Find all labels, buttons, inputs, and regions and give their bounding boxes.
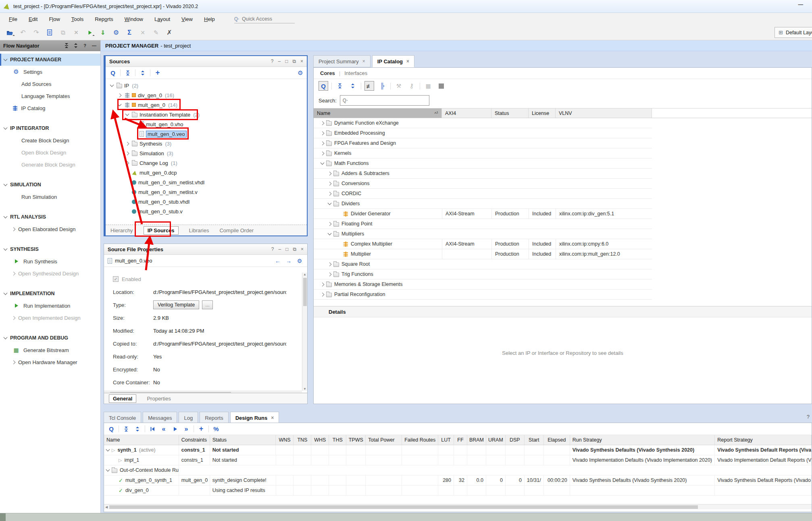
ip-search-input[interactable] bbox=[350, 98, 429, 103]
column-header-uram[interactable]: URAM bbox=[486, 435, 506, 445]
column-header-lut[interactable]: LUT bbox=[438, 435, 454, 445]
toolbar-button-sum[interactable]: Σ bbox=[125, 28, 134, 38]
tab-compile-order[interactable]: Compile Order bbox=[219, 227, 254, 233]
flow-item-open-implemented-design[interactable]: Open Implemented Design bbox=[0, 312, 100, 324]
column-header-name[interactable]: Name bbox=[104, 435, 179, 445]
flow-section-project-manager[interactable]: PROJECT MANAGER bbox=[0, 54, 100, 66]
maximize-button[interactable]: □ bbox=[285, 246, 288, 252]
design-runs-search-button[interactable]: Q bbox=[107, 425, 115, 433]
toolbar-button-undo[interactable]: ↶ bbox=[18, 28, 28, 38]
column-header-total-power[interactable]: Total Power bbox=[366, 435, 402, 445]
tree-item-mult-gen-0-sim-netlist-vhdl[interactable]: mult_gen_0_sim_netlist.vhdl bbox=[106, 177, 307, 187]
tab-hierarchy[interactable]: Hierarchy bbox=[110, 227, 133, 233]
menu-item-flow[interactable]: Flow bbox=[43, 15, 65, 24]
column-header-wns[interactable]: WNS bbox=[276, 435, 294, 445]
tab-general[interactable]: General bbox=[109, 394, 136, 403]
tab-libraries[interactable]: Libraries bbox=[189, 227, 209, 233]
flow-item-open-elaborated-design[interactable]: Open Elaborated Design bbox=[0, 223, 100, 235]
scrollbar-thumb[interactable] bbox=[109, 505, 698, 509]
close-icon[interactable]: × bbox=[362, 58, 365, 64]
maximize-button[interactable]: □ bbox=[285, 58, 288, 64]
forward-arrow-icon[interactable]: → bbox=[285, 257, 293, 265]
tab-project-summary[interactable]: Project Summary× bbox=[313, 55, 371, 67]
flow-section-program-and-debug[interactable]: PROGRAM AND DEBUG bbox=[0, 332, 100, 344]
flow-section-rtl-analysis[interactable]: RTL ANALYSIS bbox=[0, 211, 100, 223]
tree-item-ip[interactable]: IP(2) bbox=[106, 81, 307, 90]
tree-item-mult-gen-0-vho[interactable]: mult_gen_0.vho bbox=[106, 119, 307, 129]
column-header-ths[interactable]: THS bbox=[329, 435, 346, 445]
column-header-tpws[interactable]: TPWS bbox=[346, 435, 366, 445]
help-icon[interactable]: ? bbox=[807, 414, 810, 420]
toolbar-button-redo[interactable]: ↷ bbox=[31, 28, 41, 38]
back-arrow-icon[interactable]: ← bbox=[274, 257, 282, 265]
close-icon[interactable]: × bbox=[406, 58, 409, 64]
tree-item-mult-gen-0-sim-netlist-v[interactable]: mult_gen_0_sim_netlist.v bbox=[106, 187, 307, 197]
flow-item-run-synthesis[interactable]: Run Synthesis bbox=[0, 255, 100, 267]
column-header-constraints[interactable]: Constraints bbox=[179, 435, 210, 445]
ip-catalog-key-button[interactable]: ⚷ bbox=[407, 81, 416, 91]
tab-messages[interactable]: Messages bbox=[143, 412, 177, 424]
tree-item-synthesis[interactable]: Synthesis(3) bbox=[106, 139, 307, 148]
column-header-vlnv[interactable]: VLNV bbox=[556, 108, 652, 118]
column-header-failed-routes[interactable]: Failed Routes bbox=[402, 435, 438, 445]
catalog-row-adders-subtracters[interactable]: Adders & Subtracters bbox=[314, 169, 652, 179]
design-runs-rewind-button[interactable]: « bbox=[160, 425, 168, 433]
toolbar-button-save-document[interactable] bbox=[45, 28, 54, 38]
tab-log[interactable]: Log bbox=[179, 412, 198, 424]
run-row-div-gen-0[interactable]: ✓div_gen_0Using cached IP results bbox=[104, 486, 812, 496]
minimize-button[interactable]: – bbox=[278, 246, 281, 252]
column-header-license[interactable]: License bbox=[529, 108, 556, 118]
flow-nav-expand-all-button[interactable] bbox=[73, 42, 79, 49]
enabled-checkbox[interactable]: ✓ bbox=[113, 276, 119, 282]
catalog-row-math-functions[interactable]: Math Functions bbox=[314, 158, 652, 169]
flow-item-generate-bitstream[interactable]: ▦Generate Bitstream bbox=[0, 344, 100, 356]
catalog-row-complex-multiplier[interactable]: Complex MultiplierAXI4-StreamProductionI… bbox=[314, 239, 652, 249]
default-layout-button[interactable]: ⊞ Default Layout bbox=[775, 27, 812, 38]
tree-item-change-log[interactable]: Change Log(1) bbox=[106, 158, 307, 168]
close-button[interactable]: × bbox=[301, 246, 304, 252]
tree-item-mult-gen-0-veo[interactable]: mult_gen_0.veo bbox=[106, 129, 307, 139]
design-runs-skip-start-button[interactable] bbox=[148, 425, 156, 433]
catalog-row-floating-point[interactable]: Floating Point bbox=[314, 219, 652, 229]
column-header-tns[interactable]: TNS bbox=[294, 435, 311, 445]
design-runs-collapse-all-button[interactable] bbox=[122, 425, 130, 433]
menu-item-view[interactable]: View bbox=[176, 15, 198, 24]
ip-catalog-search-button[interactable]: Q bbox=[319, 81, 328, 91]
catalog-row-divider-generator[interactable]: Divider GeneratorAXI4-StreamProductionIn… bbox=[314, 209, 652, 219]
column-header-report-strategy[interactable]: Report Strategy bbox=[715, 435, 812, 445]
flow-item-open-hardware-manager[interactable]: Open Hardware Manager bbox=[0, 356, 100, 368]
flow-item-ip-catalog[interactable]: IP Catalog bbox=[0, 102, 100, 114]
column-header-run-strategy[interactable]: Run Strategy bbox=[570, 435, 715, 445]
catalog-row-dynamic-function-exchange[interactable]: Dynamic Function eXchange bbox=[314, 118, 652, 128]
column-header-bram[interactable]: BRAM bbox=[467, 435, 486, 445]
horizontal-scrollbar[interactable]: ◀ bbox=[104, 504, 812, 509]
close-button[interactable]: × bbox=[300, 58, 303, 64]
sources-add-button[interactable]: + bbox=[154, 69, 162, 77]
design-runs-percent-button[interactable]: % bbox=[212, 425, 220, 433]
catalog-row-conversions[interactable]: Conversions bbox=[314, 179, 652, 189]
quick-access[interactable]: Q· bbox=[234, 15, 295, 23]
tree-item-mult-gen-0-dcp[interactable]: mult_gen_0.dcp bbox=[106, 168, 307, 177]
flow-item-add-sources[interactable]: Add Sources bbox=[0, 78, 100, 90]
run-row-impl-1[interactable]: ▷impl_1constrs_1Not startedVivado Implem… bbox=[104, 455, 812, 465]
flow-section-synthesis[interactable]: SYNTHESIS bbox=[0, 243, 100, 255]
tree-item-simulation[interactable]: Simulation(3) bbox=[106, 148, 307, 158]
ip-catalog-hierarchy-button[interactable]: ╠ bbox=[377, 81, 387, 91]
tab-ip-sources[interactable]: IP Sources bbox=[144, 226, 179, 235]
sources-settings-button[interactable]: ⚙ bbox=[296, 69, 304, 77]
minimize-button[interactable]: – bbox=[278, 58, 281, 64]
column-header-dsp[interactable]: DSP bbox=[506, 435, 525, 445]
design-runs-add-button[interactable]: + bbox=[197, 425, 205, 433]
toolbar-button-edit-pencil[interactable]: ✎ bbox=[151, 28, 161, 38]
menu-item-tools[interactable]: Tools bbox=[66, 15, 89, 24]
vertical-scrollbar[interactable]: ▲▼ bbox=[302, 273, 307, 391]
toolbar-button-cancel-x[interactable]: ✗ bbox=[164, 28, 174, 38]
catalog-row-multipliers[interactable]: Multipliers bbox=[314, 229, 652, 239]
ip-catalog-wrench-button[interactable]: ⚒ bbox=[394, 81, 404, 91]
sources-search-button[interactable]: Q bbox=[109, 69, 117, 77]
design-runs-expand-all-button[interactable] bbox=[133, 425, 142, 433]
close-icon[interactable]: × bbox=[271, 415, 274, 421]
catalog-row-partial-reconfiguration[interactable]: Partial Reconfiguration bbox=[314, 290, 652, 300]
flow-item-open-block-design[interactable]: Open Block Design bbox=[0, 146, 100, 158]
toolbar-button-run[interactable] bbox=[85, 28, 94, 38]
